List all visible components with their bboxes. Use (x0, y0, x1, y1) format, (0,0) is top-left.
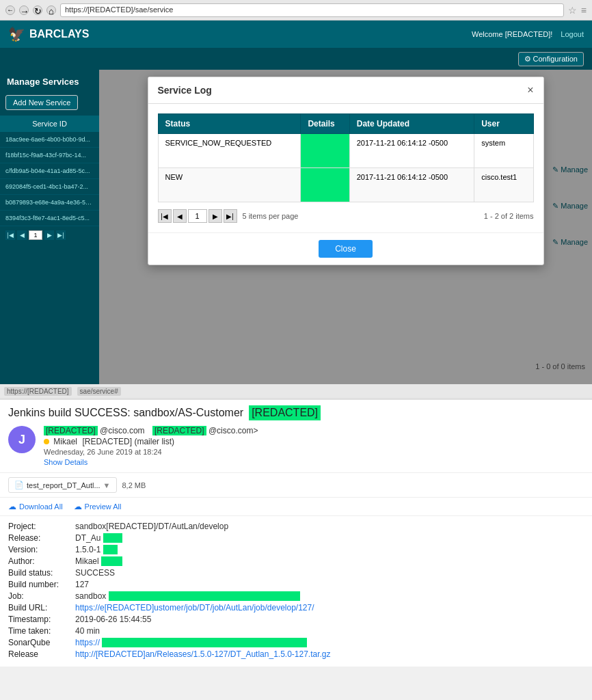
email-date: Wednesday, 26 June 2019 at 18:24 (44, 448, 584, 456)
modal-title: Service Log (158, 85, 212, 96)
items-per-page-label: 5 items per page (243, 212, 299, 220)
sub-nav-right: ⚙ Configuration (518, 52, 584, 66)
details-cell (301, 168, 349, 202)
build-row-release: Release: DT_Au (8, 533, 584, 543)
barclays-logo: 🦅 BARCLAYS (8, 26, 89, 42)
email-meta: J [REDACTED] @cisco.com [REDACTED] @cisc… (8, 426, 584, 467)
buildstatus-value: SUCCESS (75, 568, 584, 578)
last-page-button[interactable]: ▶| (56, 230, 66, 240)
cloud-download-icon: ☁ (8, 502, 16, 511)
modal-close-btn[interactable]: Close (319, 240, 373, 258)
forward-button[interactable]: → (19, 5, 29, 15)
from-highlight-1: [REDACTED] (44, 426, 98, 435)
list-item[interactable]: c/fdb9a5-b04e-41a1-ad85-5c... (0, 163, 99, 179)
build-row-project: Project: sandbox[REDACTED]/DT/AutLan/dev… (8, 522, 584, 531)
list-item[interactable]: 8394f3c3-f8e7-4ac1-8ed5-c5... (0, 211, 99, 226)
prev-page-button[interactable]: ◀ (17, 230, 27, 240)
modal-next-page-button[interactable]: ▶ (208, 209, 222, 223)
list-item[interactable]: 18ac9ee-6ae6-4b00-b0b0-9d... (0, 132, 99, 148)
build-row-author: Author: Mikael (8, 556, 584, 566)
logout-link[interactable]: Logout (561, 30, 584, 38)
avatar: J (8, 426, 36, 453)
build-row-job: Job: sandbox (8, 591, 584, 601)
release2-value[interactable]: http://[REDACTED]an/Releases/1.5.0-127/D… (75, 649, 331, 659)
email-subject: Jenkins build SUCCESS: sandbox/AS-Custom… (8, 405, 584, 420)
buildurl-label: Build URL: (8, 603, 70, 612)
timetaken-label: Time taken: (8, 626, 70, 636)
configuration-button[interactable]: ⚙ Configuration (518, 52, 584, 66)
modal-footer: Close (148, 232, 543, 265)
bottom-section: Jenkins build SUCCESS: sandbox/AS-Custom… (0, 398, 592, 667)
pagination-range: 1 - 2 of 2 items (484, 212, 534, 220)
modal-last-page-button[interactable]: ▶| (224, 209, 237, 223)
project-label: Project: (8, 522, 70, 531)
list-item[interactable]: 692084f5-ced1-4bc1-ba47-2... (0, 179, 99, 195)
sidebar: Manage Services Add New Service Service … (0, 70, 99, 384)
version-highlight (103, 545, 118, 554)
preview-all-link[interactable]: ☁ Preview All (74, 502, 122, 511)
status-bar: https://[REDACTED] sae/service# (0, 384, 592, 398)
top-nav: 🦅 BARCLAYS Welcome [REDACTED]! Logout (0, 21, 592, 48)
modal-first-page-button[interactable]: |◀ (158, 209, 172, 223)
browser-chrome: ← → ↻ ⌂ https://[REDACTED]/sae/service ☆… (0, 0, 592, 21)
next-page-button[interactable]: ▶ (44, 230, 54, 240)
job-text: sandbox (75, 591, 109, 601)
download-all-link[interactable]: ☁ Download All (8, 502, 63, 511)
service-log-table: Status Details Date Updated User SERVICE… (158, 113, 534, 202)
author-highlight (101, 556, 122, 566)
timestamp-value: 2019-06-26 15:44:55 (75, 615, 584, 624)
mailer-rest: [REDACTED] (mailer list) (82, 437, 174, 446)
author-value: Mikael (75, 556, 584, 566)
list-item[interactable]: f18bf15c-f9a8-43cf-97bc-14... (0, 148, 99, 163)
from-domain-1: @cisco.com (100, 426, 145, 435)
buildurl-value[interactable]: https://e[REDACTED]ustomer/job/DT/job/Au… (75, 603, 314, 612)
user-cell: cisco.test1 (474, 168, 533, 202)
back-button[interactable]: ← (5, 5, 15, 15)
build-row-sonarqube: SonarQube https:// (8, 638, 584, 647)
address-bar[interactable]: https://[REDACTED]/sae/service (60, 3, 564, 17)
list-item[interactable]: b0879893-e68e-4a9a-4e36-52... (0, 195, 99, 211)
modal-page-controls: |◀ ◀ ▶ ▶| 5 items per page (158, 209, 299, 223)
sonarqube-highlight (102, 638, 307, 647)
modal-page-input[interactable] (188, 209, 207, 223)
first-page-button[interactable]: |◀ (5, 230, 15, 240)
build-row-timestamp: Timestamp: 2019-06-26 15:44:55 (8, 615, 584, 624)
barclays-eagle-icon: 🦅 (8, 26, 25, 42)
table-row: NEW 2017-11-21 06:14:12 -0500 cisco.test… (158, 168, 533, 202)
subject-text: Jenkins build SUCCESS: sandbox/AS-Custom… (8, 407, 243, 419)
modal-prev-page-button[interactable]: ◀ (173, 209, 187, 223)
version-value: 1.5.0-1 (75, 545, 584, 554)
mailer-name: Mikael (53, 437, 77, 446)
download-row: ☁ Download All ☁ Preview All (0, 498, 592, 516)
modal-close-button[interactable]: × (527, 84, 533, 96)
table-header-date: Date Updated (349, 114, 474, 134)
mailer-indicator-icon (44, 439, 49, 444)
attachment-name: test_report_DT_Autl... (27, 481, 100, 489)
show-details-link[interactable]: Show Details (44, 458, 88, 466)
add-new-service-button[interactable]: Add New Service (5, 95, 78, 110)
sonarqube-value[interactable]: https:// (75, 638, 307, 647)
home-button[interactable]: ⌂ (46, 5, 56, 15)
refresh-button[interactable]: ↻ (33, 5, 42, 15)
download-all-label: Download All (19, 502, 63, 511)
table-header-details: Details (301, 114, 349, 134)
cloud-preview-icon: ☁ (74, 502, 82, 511)
bookmark-icon[interactable]: ☆ (568, 5, 577, 16)
email-mailer: Mikael [REDACTED] (mailer list) (44, 437, 584, 446)
email-header-bar: Jenkins build SUCCESS: sandbox/AS-Custom… (0, 400, 592, 473)
sub-nav: ⚙ Configuration (0, 48, 592, 70)
build-row-status: Build status: SUCCESS (8, 568, 584, 578)
build-row-version: Version: 1.5.0-1 (8, 545, 584, 554)
sonarqube-link-text: https:// (75, 638, 100, 647)
user-cell: system (474, 134, 533, 168)
sidebar-title: Manage Services (0, 70, 99, 92)
status-item-2: sae/service# (77, 387, 121, 396)
sidebar-pagination: |◀ ◀ ▶ ▶| (0, 226, 99, 244)
date-cell: 2017-11-21 06:14:12 -0500 (349, 134, 474, 168)
status-cell: SERVICE_NOW_REQUESTED (158, 134, 301, 168)
release-value: DT_Au (75, 533, 584, 543)
buildnum-value: 127 (75, 580, 584, 589)
menu-icon[interactable]: ≡ (581, 5, 587, 16)
status-cell: NEW (158, 168, 301, 202)
page-input[interactable] (29, 230, 42, 240)
